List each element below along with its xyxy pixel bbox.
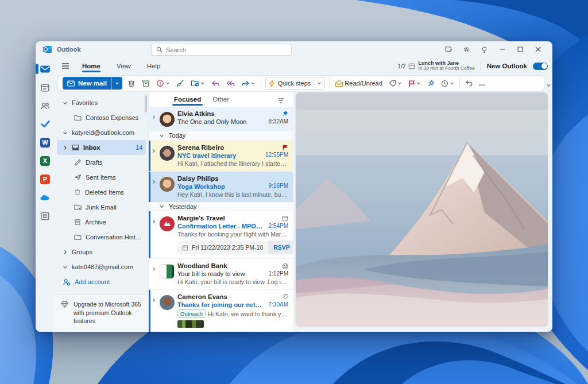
- folder-label: Inbox: [83, 144, 131, 151]
- pin-button[interactable]: [426, 79, 436, 88]
- group-header-today[interactable]: Today: [149, 131, 293, 141]
- search-input[interactable]: [166, 46, 287, 53]
- tips-button[interactable]: [475, 42, 493, 57]
- categorize-button[interactable]: [388, 79, 403, 88]
- new-mail-button[interactable]: New mail: [63, 77, 122, 90]
- message-row-cameron[interactable]: Cameron Evans Thanks for joining our net…: [149, 290, 293, 332]
- rail-item-people[interactable]: [37, 96, 54, 115]
- rail-item-word[interactable]: W: [37, 133, 54, 152]
- rail-item-calendar[interactable]: [37, 78, 54, 96]
- account-gmail-header[interactable]: katri0487@gmail.com: [57, 259, 146, 274]
- chevron-down-icon: [317, 81, 322, 86]
- more-options-button[interactable]: …: [478, 79, 487, 88]
- rail-item-todo[interactable]: [37, 115, 54, 133]
- folder-label: Drafts: [86, 159, 142, 166]
- nav-toggle-button[interactable]: [58, 59, 73, 73]
- subject: NYC travel itinerary: [177, 152, 263, 159]
- calendar-icon: [182, 245, 188, 251]
- tab-help[interactable]: Help: [140, 60, 168, 72]
- reading-pane: [295, 92, 548, 327]
- title-bar[interactable]: Outlook: [36, 41, 552, 57]
- lightning-icon: [269, 80, 275, 87]
- settings-button[interactable]: [458, 42, 475, 57]
- search-icon: [156, 46, 163, 53]
- sweep-button[interactable]: [175, 78, 185, 88]
- folder-pane-scrollbar[interactable]: [145, 95, 147, 113]
- attachment-icon: [282, 293, 288, 300]
- open-envelope-icon: [335, 80, 343, 87]
- people-icon: [40, 101, 50, 111]
- rail-item-powerpoint[interactable]: P: [37, 170, 54, 188]
- folder-groups-header[interactable]: Groups: [57, 245, 146, 259]
- tab-home[interactable]: Home: [75, 60, 107, 72]
- category-tag[interactable]: Outreach: [177, 309, 206, 318]
- move-to-button[interactable]: [189, 78, 206, 88]
- unread-indicator: [149, 141, 150, 171]
- reminder-toast[interactable]: Lunch with Jane in 30 min at Fourth Coff…: [419, 60, 475, 72]
- reply-all-button[interactable]: [225, 79, 236, 88]
- folder-inbox[interactable]: Inbox 14: [57, 140, 146, 155]
- expand-chevron-icon[interactable]: [151, 144, 157, 167]
- message-row-margies-travel[interactable]: Margie's Travel Confirmation Letter - MP…: [149, 211, 293, 259]
- message-row-serena[interactable]: Serena Ribeiro NYC travel itinerary 12:5…: [149, 141, 293, 172]
- flag-button[interactable]: [407, 79, 422, 88]
- rsvp-button[interactable]: RSVP: [268, 241, 293, 254]
- apps-grid-icon: [40, 211, 50, 221]
- folder-conversation-history[interactable]: Conversation History: [57, 230, 146, 245]
- archive-button[interactable]: [141, 78, 151, 88]
- rail-item-mail[interactable]: [37, 60, 54, 78]
- delete-button[interactable]: [126, 78, 137, 88]
- folder-label: Archive: [85, 219, 142, 226]
- tab-focused[interactable]: Focused: [174, 94, 201, 105]
- pinned-icon: [281, 110, 288, 117]
- expand-chevron-icon[interactable]: [151, 110, 157, 127]
- report-button[interactable]: [155, 78, 171, 88]
- undo-button[interactable]: [464, 79, 474, 88]
- folder-deleted-items[interactable]: Deleted Items: [57, 185, 146, 200]
- search-box[interactable]: [151, 44, 292, 56]
- snooze-button[interactable]: [440, 79, 455, 88]
- message-row-woodland-bank[interactable]: Woodland Bank @ Your bill is ready to vi…: [149, 259, 293, 290]
- chevron-down-icon: [251, 81, 256, 86]
- collapse-ribbon-button[interactable]: [546, 80, 551, 90]
- event-datetime: Fri 11/22/2023 2:35 PM-10: [192, 244, 263, 251]
- folder-junk-email[interactable]: Junk Email: [57, 200, 146, 215]
- maximize-button[interactable]: [511, 42, 529, 57]
- expand-chevron-icon[interactable]: [151, 215, 157, 254]
- message-row-daisy[interactable]: Daisy Philips Yoga Workshop 9:16PM Hey K…: [149, 172, 293, 203]
- rail-item-apps[interactable]: [37, 207, 54, 225]
- new-mail-dropdown[interactable]: [111, 77, 122, 90]
- feedback-button[interactable]: [440, 42, 458, 57]
- folder-archive[interactable]: Archive: [57, 215, 146, 230]
- message-row-elvia[interactable]: Elvia Atkins The One and Only Moon 8:32A…: [149, 107, 293, 131]
- chevron-down-icon: [63, 265, 68, 270]
- add-account-button[interactable]: Add account: [57, 274, 146, 289]
- chevron-down-icon: [165, 81, 170, 86]
- account-katyreid-header[interactable]: katyreid@outlook.com: [57, 125, 146, 140]
- expand-chevron-icon[interactable]: [151, 175, 157, 198]
- filter-button[interactable]: [277, 96, 285, 106]
- folder-favorites-header[interactable]: Favorites: [57, 95, 146, 110]
- unread-count-badge: 14: [136, 144, 142, 151]
- rail-item-excel[interactable]: X: [37, 152, 54, 170]
- minimize-button[interactable]: [493, 42, 511, 57]
- folder-sent-items[interactable]: Sent Items: [57, 170, 146, 185]
- close-button[interactable]: [529, 42, 547, 57]
- expand-chevron-icon[interactable]: [151, 293, 157, 328]
- tab-view[interactable]: View: [110, 60, 138, 72]
- forward-button[interactable]: [240, 79, 257, 88]
- read-unread-button[interactable]: Read/Unread: [334, 79, 383, 88]
- quick-steps-button[interactable]: Quick steps: [265, 77, 325, 90]
- folder-drafts[interactable]: Drafts: [57, 155, 146, 170]
- outlook-window: Outlook: [36, 41, 552, 332]
- upgrade-banner[interactable]: Upgrade to Microsoft 365 with premium Ou…: [55, 294, 148, 332]
- rail-item-onedrive[interactable]: [37, 188, 54, 207]
- folder-contoso-expenses[interactable]: Contoso Expenses: [57, 110, 146, 125]
- expand-chevron-icon[interactable]: [151, 262, 157, 285]
- group-header-yesterday[interactable]: Yesterday: [149, 203, 293, 212]
- tab-other[interactable]: Other: [212, 94, 229, 105]
- attachment-thumbnail[interactable]: [177, 320, 204, 328]
- divider: [329, 78, 330, 88]
- reply-button[interactable]: [210, 79, 221, 88]
- new-outlook-toggle[interactable]: [533, 63, 548, 70]
